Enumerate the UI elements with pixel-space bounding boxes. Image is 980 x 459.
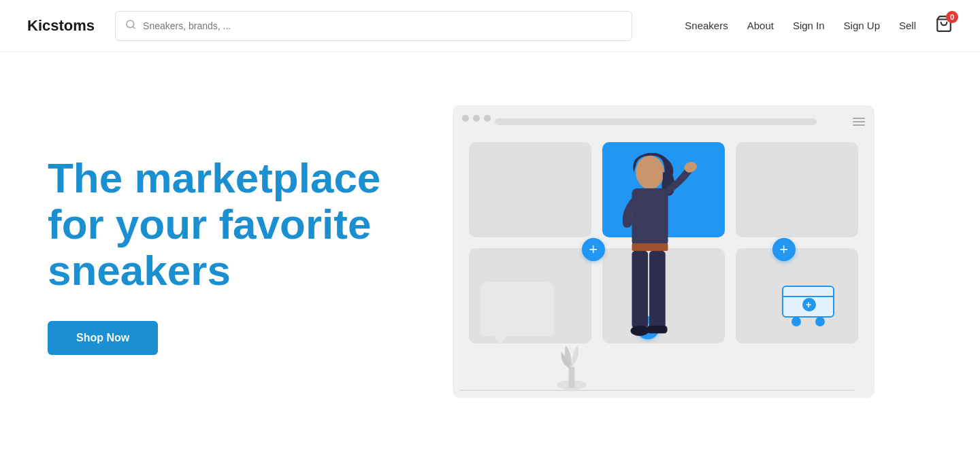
nav-sell[interactable]: Sell bbox=[899, 20, 916, 31]
cart-badge: 0 bbox=[946, 11, 958, 23]
main-nav: Sneakers About Sign In Sign Up Sell 0 bbox=[685, 15, 953, 37]
woman-figure bbox=[595, 153, 704, 398]
dot-3 bbox=[484, 115, 491, 122]
svg-rect-12 bbox=[632, 251, 648, 328]
add-button-2[interactable]: + bbox=[772, 238, 796, 261]
svg-rect-11 bbox=[632, 243, 668, 251]
hero-heading-line1: The marketplace bbox=[48, 154, 380, 201]
nav-sneakers[interactable]: Sneakers bbox=[685, 20, 728, 31]
svg-point-6 bbox=[815, 317, 825, 326]
hero-section: The marketplace for your favorite sneake… bbox=[0, 51, 980, 459]
ground-line bbox=[459, 390, 854, 391]
svg-point-14 bbox=[630, 326, 649, 336]
svg-point-9 bbox=[636, 156, 664, 189]
hero-heading: The marketplace for your favorite sneake… bbox=[48, 155, 380, 294]
svg-rect-13 bbox=[649, 251, 666, 328]
speech-bubble-card bbox=[480, 282, 555, 337]
header: Kicstoms Sneakers About Sign In Sign Up … bbox=[0, 0, 980, 51]
dot-2 bbox=[473, 115, 480, 122]
grid-card-1 bbox=[469, 142, 591, 237]
menu-line-1 bbox=[853, 118, 865, 119]
svg-text:+: + bbox=[806, 299, 811, 310]
menu-line-3 bbox=[853, 124, 865, 126]
plant-decoration bbox=[548, 337, 595, 391]
hero-text: The marketplace for your favorite sneake… bbox=[48, 155, 380, 356]
svg-rect-15 bbox=[647, 326, 667, 333]
logo[interactable]: Kicstoms bbox=[27, 17, 95, 35]
dot-1 bbox=[462, 115, 469, 122]
browser-dots bbox=[462, 115, 491, 122]
svg-rect-18 bbox=[568, 367, 574, 388]
cart-button[interactable]: 0 bbox=[935, 15, 953, 37]
browser-bar bbox=[495, 118, 817, 125]
hero-heading-line3: sneakers bbox=[48, 247, 231, 294]
svg-point-5 bbox=[791, 317, 801, 326]
hero-heading-line2: for your favorite bbox=[48, 201, 371, 248]
cart-illustration: + bbox=[779, 279, 840, 330]
search-bar[interactable] bbox=[115, 11, 632, 41]
search-icon bbox=[125, 19, 136, 33]
nav-sign-in[interactable]: Sign In bbox=[793, 20, 825, 31]
svg-rect-10 bbox=[632, 188, 668, 246]
nav-about[interactable]: About bbox=[747, 20, 774, 31]
grid-card-3 bbox=[736, 142, 858, 237]
nav-sign-up[interactable]: Sign Up bbox=[844, 20, 880, 31]
hero-illustration: + + + + bbox=[380, 51, 932, 459]
search-input[interactable] bbox=[143, 20, 622, 31]
svg-line-1 bbox=[133, 27, 135, 29]
shop-now-button[interactable]: Shop Now bbox=[48, 321, 158, 355]
illustration-wrapper: + + + + bbox=[439, 92, 875, 418]
menu-line-2 bbox=[853, 121, 865, 122]
